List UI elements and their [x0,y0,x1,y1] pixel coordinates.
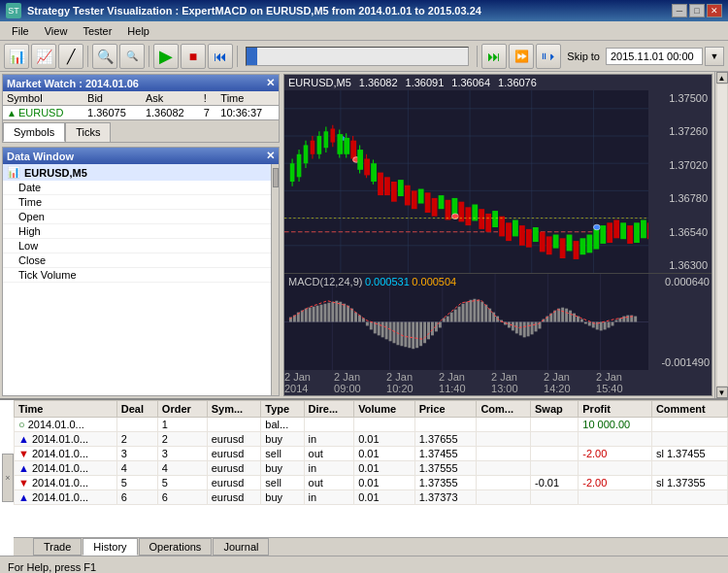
data-window-close[interactable]: ✕ [266,150,275,162]
tab-journal[interactable]: Journal [213,538,269,556]
cell-dir: in [304,461,354,476]
th-dir: Dire... [304,401,354,418]
dw-symbol-label: EURUSD,M5 [24,167,87,179]
cell-symbol [207,418,261,432]
menu-tester[interactable]: Tester [75,23,119,39]
table-row[interactable]: ▲2014.01.0... 6 6 eurusd buy in 0.01 1.3… [15,490,728,505]
svg-rect-105 [309,308,312,322]
skip-date-dropdown[interactable]: ▼ [705,47,724,66]
toolbar-zoom-in-btn[interactable]: 🔍 [92,44,117,69]
svg-rect-43 [391,182,397,202]
bottom-panel-close[interactable]: × [2,454,14,502]
svg-rect-163 [531,322,534,335]
market-watch-panel: Market Watch : 2014.01.06 ✕ Symbol Bid A… [2,74,280,143]
svg-rect-65 [533,227,539,242]
svg-rect-58 [485,214,491,232]
data-window-header: Data Window ✕ [3,148,279,164]
cell-time: ▲2014.01.0... [15,461,117,476]
symbol-arrow-icon: ▲ [7,108,17,118]
chart-header: EURUSD,M5 1.36082 1.36091 1.36064 1.3607… [284,75,711,90]
svg-point-75 [593,224,600,230]
menu-view[interactable]: View [37,23,76,39]
toolbar-step-btn[interactable]: ⏩ [509,44,534,69]
cell-profit: -2.00 [579,447,652,461]
cell-dir: in [304,490,354,505]
svg-rect-170 [557,309,560,322]
svg-rect-152 [488,309,491,322]
toolbar-speed-btn[interactable]: ⏸⏵ [536,44,561,69]
toolbar-rewind-btn[interactable]: ⏮ [208,44,233,69]
th-swap: Swap [531,401,579,418]
market-watch-row[interactable]: ▲ EURUSD 1.36075 1.36082 7 10:36:37 [3,106,279,120]
svg-rect-41 [378,173,383,196]
svg-rect-173 [569,311,572,322]
table-row[interactable]: ▼2014.01.0... 5 5 eurusd sell out 0.01 1… [15,476,728,490]
table-row[interactable]: ▲2014.01.0... 4 4 eurusd buy in 0.01 1.3… [15,461,728,476]
minimize-button[interactable]: ─ [672,4,687,17]
chart-val-2: 1.36091 [406,77,445,88]
tab-operations[interactable]: Operations [139,538,213,556]
svg-rect-133 [415,322,418,349]
toolbar-line-btn[interactable]: ╱ [58,44,83,69]
market-watch-title: Market Watch : 2014.01.06 [7,78,139,89]
th-comment: Comment [651,401,727,418]
table-row[interactable]: ○2014.01.0... 1 bal... 10 000.00 [15,418,728,432]
close-button[interactable]: ✕ [707,4,722,17]
tab-ticks[interactable]: Ticks [65,122,111,142]
cell-symbol: eurusd [207,432,261,447]
data-window-scrollbar[interactable] [271,164,279,395]
svg-rect-124 [381,322,384,338]
toolbar-zoom-out-btn[interactable]: 🔍 [119,44,145,69]
svg-rect-54 [458,202,464,222]
cell-symbol: eurusd [207,476,261,490]
cell-dir: out [304,447,354,461]
toolbar-chart-btn[interactable]: 📊 [4,44,29,69]
scrollbar-down-btn[interactable]: ▼ [716,387,728,398]
tab-symbols[interactable]: Symbols [3,122,65,142]
svg-rect-72 [580,238,586,254]
table-row[interactable]: ▲2014.01.0... 2 2 eurusd buy in 0.01 1.3… [15,432,728,447]
scrollbar-thumb[interactable] [273,168,279,187]
svg-rect-77 [607,222,612,243]
toolbar-indicator-btn[interactable]: 📈 [31,44,56,69]
menu-help[interactable]: Help [119,23,157,39]
cell-deal: 5 [116,476,157,490]
maximize-button[interactable]: □ [689,4,705,17]
cell-time: ▼2014.01.0... [15,447,117,461]
price-chart[interactable] [284,90,711,273]
svg-rect-158 [512,322,514,331]
toolbar-stop-btn[interactable]: ■ [181,44,206,69]
svg-rect-78 [613,219,619,238]
tab-trade[interactable]: Trade [33,538,82,556]
toolbar-ffwd-btn[interactable]: ⏭ [481,44,507,69]
svg-rect-126 [389,322,392,342]
svg-rect-44 [398,180,404,196]
market-watch-close[interactable]: ✕ [266,77,275,89]
scrollbar-up-btn[interactable]: ▲ [716,72,728,84]
cell-symbol: eurusd [207,490,261,505]
price-label-2: 1.37260 [650,125,710,137]
svg-rect-67 [546,236,552,254]
cell-type: buy [261,432,304,447]
cell-type: bal... [261,418,304,432]
svg-rect-104 [305,309,308,322]
chart-scrollbar[interactable]: ▲ ▼ [714,72,728,398]
scrollbar-track [717,84,727,386]
toolbar-progress-bar[interactable] [246,47,469,66]
skip-date-input[interactable] [606,48,703,65]
svg-rect-103 [301,311,304,322]
menu-file[interactable]: File [4,23,37,39]
cell-price: 1.37455 [414,447,477,461]
cell-volume: 0.01 [354,447,415,461]
table-row[interactable]: ▼2014.01.0... 3 3 eurusd sell out 0.01 1… [15,447,728,461]
toolbar-play-btn[interactable]: ▶ [153,44,179,69]
tab-history[interactable]: History [83,538,137,556]
macd-axis: 0.000640 -0.001490 [648,274,711,370]
cell-commission [477,432,531,447]
svg-rect-140 [443,319,446,322]
svg-rect-160 [519,322,522,336]
svg-rect-80 [627,225,633,244]
cell-deal [116,418,157,432]
svg-rect-117 [354,313,357,322]
svg-rect-110 [327,303,330,322]
